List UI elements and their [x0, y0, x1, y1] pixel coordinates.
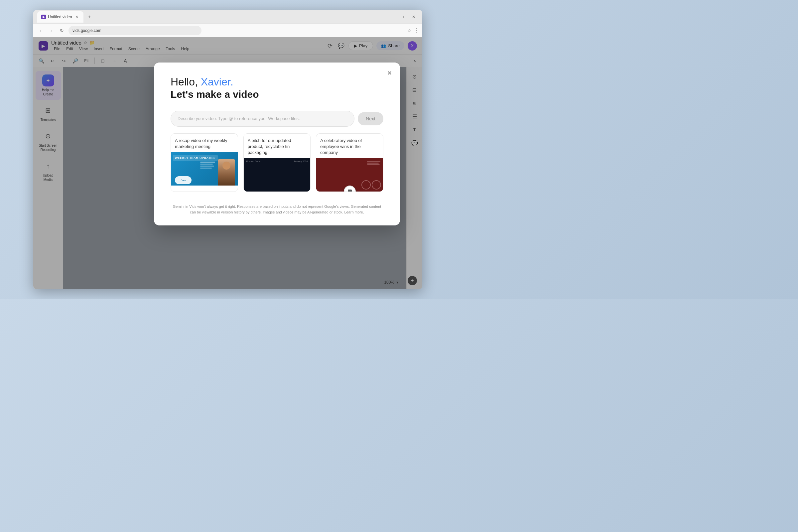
tab-title: Untitled video [48, 15, 72, 19]
card2-header: Product Demo January 2024 [244, 158, 310, 165]
back-button[interactable]: ‹ [37, 26, 44, 35]
browser-window: ▶ Untitled video ✕ + — □ ✕ ‹ › ↻ vids.go… [33, 10, 422, 289]
card-2-title: A pitch for our updated product, recycla… [244, 134, 310, 158]
tab-favicon: ▶ [41, 15, 46, 19]
card1-lines [200, 162, 215, 169]
suggestion-card-1[interactable]: A recap video of my weekly marketing mee… [171, 133, 238, 192]
refresh-button[interactable]: ↻ [58, 26, 66, 35]
active-tab[interactable]: ▶ Untitled video ✕ [37, 11, 83, 23]
card1-cta: Date [175, 176, 191, 184]
tab-bar: ▶ Untitled video ✕ + [37, 11, 94, 23]
close-button[interactable]: ✕ [409, 14, 418, 20]
forward-button[interactable]: › [47, 26, 55, 35]
address-actions: ☆ ⋮ [407, 27, 419, 34]
card-1-title: A recap video of my weekly marketing mee… [171, 134, 238, 152]
suggestion-card-2[interactable]: A pitch for our updated product, recycla… [243, 133, 311, 192]
window-controls: — □ ✕ [386, 14, 418, 20]
greeting-subtitle: Let's make a video [171, 89, 383, 100]
app-area: ▶ Untitled video ☆ 📁 File Edit View Inse… [33, 37, 422, 289]
card3-name-lines [367, 161, 380, 165]
suggestion-card-3[interactable]: A celebratory video of employee wins in … [316, 133, 383, 192]
tab-close-button[interactable]: ✕ [74, 14, 79, 20]
card1-person [218, 159, 235, 186]
modal-close-button[interactable]: ✕ [384, 68, 395, 78]
modal-greeting: Hello, Xavier. Let's make a video [171, 76, 383, 100]
disclaimer: Gemini in Vids won't always get it right… [171, 204, 383, 215]
card3-circles [361, 180, 381, 190]
browser-addressbar: ‹ › ↻ vids.google.com ☆ ⋮ [33, 24, 422, 37]
suggestion-cards: A recap video of my weekly marketing mee… [171, 133, 383, 192]
maximize-button[interactable]: □ [398, 14, 407, 20]
minimize-button[interactable]: — [386, 14, 396, 20]
more-options-icon[interactable]: ⋮ [414, 27, 419, 34]
card-2-preview: Product Demo January 2024 M+A [244, 158, 310, 191]
next-button[interactable]: Next [358, 112, 383, 125]
bookmark-icon[interactable]: ☆ [407, 28, 412, 33]
modal-overlay: ✕ Hello, Xavier. Let's make a video Desc… [33, 37, 422, 289]
learn-more-link[interactable]: Learn more [344, 210, 363, 214]
address-bar[interactable]: vids.google.com [69, 26, 202, 35]
card1-title-text: WEEKLY TEAM UPDATES [175, 156, 216, 159]
stop-icon [348, 190, 352, 192]
browser-titlebar: ▶ Untitled video ✕ + — □ ✕ [33, 10, 422, 24]
greeting-text: Hello, Xavier. [171, 76, 383, 88]
modal-dialog: ✕ Hello, Xavier. Let's make a video Desc… [154, 62, 400, 226]
describe-input[interactable]: Describe your video. Type @ to reference… [171, 111, 355, 127]
new-tab-button[interactable]: + [85, 12, 94, 22]
card-1-preview: WEEKLY TEAM UPDATES [171, 152, 238, 186]
card-3-title: A celebratory video of employee wins in … [316, 134, 383, 158]
describe-area: Describe your video. Type @ to reference… [171, 111, 383, 127]
